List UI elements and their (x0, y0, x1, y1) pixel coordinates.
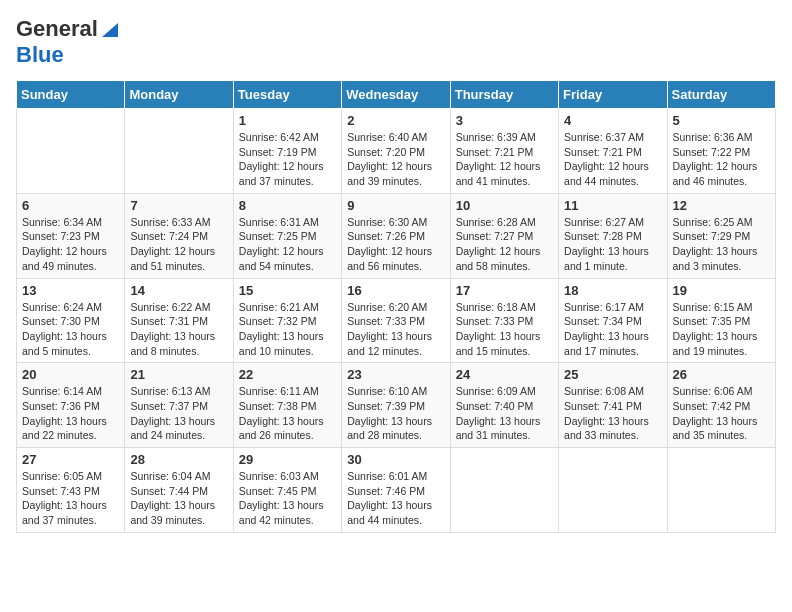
day-number: 24 (456, 367, 553, 382)
day-number: 1 (239, 113, 336, 128)
calendar-cell (559, 448, 667, 533)
calendar-cell: 3Sunrise: 6:39 AMSunset: 7:21 PMDaylight… (450, 109, 558, 194)
day-info: Sunrise: 6:20 AMSunset: 7:33 PMDaylight:… (347, 300, 444, 359)
day-info: Sunrise: 6:18 AMSunset: 7:33 PMDaylight:… (456, 300, 553, 359)
day-number: 5 (673, 113, 770, 128)
calendar-cell: 25Sunrise: 6:08 AMSunset: 7:41 PMDayligh… (559, 363, 667, 448)
calendar-cell: 4Sunrise: 6:37 AMSunset: 7:21 PMDaylight… (559, 109, 667, 194)
day-number: 11 (564, 198, 661, 213)
day-info: Sunrise: 6:42 AMSunset: 7:19 PMDaylight:… (239, 130, 336, 189)
day-number: 9 (347, 198, 444, 213)
calendar-cell: 23Sunrise: 6:10 AMSunset: 7:39 PMDayligh… (342, 363, 450, 448)
calendar-cell: 30Sunrise: 6:01 AMSunset: 7:46 PMDayligh… (342, 448, 450, 533)
day-number: 29 (239, 452, 336, 467)
calendar-cell: 13Sunrise: 6:24 AMSunset: 7:30 PMDayligh… (17, 278, 125, 363)
weekday-header-saturday: Saturday (667, 81, 775, 109)
day-info: Sunrise: 6:31 AMSunset: 7:25 PMDaylight:… (239, 215, 336, 274)
day-info: Sunrise: 6:14 AMSunset: 7:36 PMDaylight:… (22, 384, 119, 443)
day-number: 21 (130, 367, 227, 382)
calendar-cell: 18Sunrise: 6:17 AMSunset: 7:34 PMDayligh… (559, 278, 667, 363)
calendar-week-row: 13Sunrise: 6:24 AMSunset: 7:30 PMDayligh… (17, 278, 776, 363)
day-info: Sunrise: 6:10 AMSunset: 7:39 PMDaylight:… (347, 384, 444, 443)
logo-blue-text: Blue (16, 42, 64, 67)
day-number: 26 (673, 367, 770, 382)
logo-general-text: General (16, 16, 98, 42)
calendar-cell: 16Sunrise: 6:20 AMSunset: 7:33 PMDayligh… (342, 278, 450, 363)
page-header: General Blue (16, 16, 776, 68)
calendar-week-row: 1Sunrise: 6:42 AMSunset: 7:19 PMDaylight… (17, 109, 776, 194)
calendar-cell: 1Sunrise: 6:42 AMSunset: 7:19 PMDaylight… (233, 109, 341, 194)
day-number: 25 (564, 367, 661, 382)
calendar-cell: 6Sunrise: 6:34 AMSunset: 7:23 PMDaylight… (17, 193, 125, 278)
day-info: Sunrise: 6:17 AMSunset: 7:34 PMDaylight:… (564, 300, 661, 359)
day-info: Sunrise: 6:05 AMSunset: 7:43 PMDaylight:… (22, 469, 119, 528)
calendar-cell: 29Sunrise: 6:03 AMSunset: 7:45 PMDayligh… (233, 448, 341, 533)
day-number: 14 (130, 283, 227, 298)
day-number: 30 (347, 452, 444, 467)
calendar-cell: 7Sunrise: 6:33 AMSunset: 7:24 PMDaylight… (125, 193, 233, 278)
day-info: Sunrise: 6:08 AMSunset: 7:41 PMDaylight:… (564, 384, 661, 443)
day-info: Sunrise: 6:04 AMSunset: 7:44 PMDaylight:… (130, 469, 227, 528)
day-number: 27 (22, 452, 119, 467)
day-info: Sunrise: 6:39 AMSunset: 7:21 PMDaylight:… (456, 130, 553, 189)
day-number: 13 (22, 283, 119, 298)
calendar-week-row: 27Sunrise: 6:05 AMSunset: 7:43 PMDayligh… (17, 448, 776, 533)
calendar-cell: 5Sunrise: 6:36 AMSunset: 7:22 PMDaylight… (667, 109, 775, 194)
day-number: 17 (456, 283, 553, 298)
day-info: Sunrise: 6:34 AMSunset: 7:23 PMDaylight:… (22, 215, 119, 274)
day-info: Sunrise: 6:25 AMSunset: 7:29 PMDaylight:… (673, 215, 770, 274)
calendar-header: SundayMondayTuesdayWednesdayThursdayFrid… (17, 81, 776, 109)
day-number: 15 (239, 283, 336, 298)
day-number: 6 (22, 198, 119, 213)
day-info: Sunrise: 6:40 AMSunset: 7:20 PMDaylight:… (347, 130, 444, 189)
calendar-cell: 27Sunrise: 6:05 AMSunset: 7:43 PMDayligh… (17, 448, 125, 533)
calendar-week-row: 6Sunrise: 6:34 AMSunset: 7:23 PMDaylight… (17, 193, 776, 278)
calendar-cell: 20Sunrise: 6:14 AMSunset: 7:36 PMDayligh… (17, 363, 125, 448)
day-info: Sunrise: 6:11 AMSunset: 7:38 PMDaylight:… (239, 384, 336, 443)
calendar-body: 1Sunrise: 6:42 AMSunset: 7:19 PMDaylight… (17, 109, 776, 533)
svg-marker-0 (102, 23, 118, 37)
calendar-cell: 24Sunrise: 6:09 AMSunset: 7:40 PMDayligh… (450, 363, 558, 448)
day-info: Sunrise: 6:09 AMSunset: 7:40 PMDaylight:… (456, 384, 553, 443)
calendar-cell: 21Sunrise: 6:13 AMSunset: 7:37 PMDayligh… (125, 363, 233, 448)
calendar-cell: 12Sunrise: 6:25 AMSunset: 7:29 PMDayligh… (667, 193, 775, 278)
day-number: 12 (673, 198, 770, 213)
day-info: Sunrise: 6:13 AMSunset: 7:37 PMDaylight:… (130, 384, 227, 443)
day-info: Sunrise: 6:37 AMSunset: 7:21 PMDaylight:… (564, 130, 661, 189)
weekday-header-row: SundayMondayTuesdayWednesdayThursdayFrid… (17, 81, 776, 109)
weekday-header-thursday: Thursday (450, 81, 558, 109)
logo: General Blue (16, 16, 120, 68)
day-info: Sunrise: 6:27 AMSunset: 7:28 PMDaylight:… (564, 215, 661, 274)
day-info: Sunrise: 6:21 AMSunset: 7:32 PMDaylight:… (239, 300, 336, 359)
calendar-cell: 9Sunrise: 6:30 AMSunset: 7:26 PMDaylight… (342, 193, 450, 278)
calendar-week-row: 20Sunrise: 6:14 AMSunset: 7:36 PMDayligh… (17, 363, 776, 448)
day-info: Sunrise: 6:28 AMSunset: 7:27 PMDaylight:… (456, 215, 553, 274)
day-number: 20 (22, 367, 119, 382)
day-info: Sunrise: 6:22 AMSunset: 7:31 PMDaylight:… (130, 300, 227, 359)
calendar-cell: 14Sunrise: 6:22 AMSunset: 7:31 PMDayligh… (125, 278, 233, 363)
calendar-cell (17, 109, 125, 194)
day-number: 3 (456, 113, 553, 128)
day-number: 4 (564, 113, 661, 128)
calendar-cell: 22Sunrise: 6:11 AMSunset: 7:38 PMDayligh… (233, 363, 341, 448)
day-number: 2 (347, 113, 444, 128)
day-info: Sunrise: 6:36 AMSunset: 7:22 PMDaylight:… (673, 130, 770, 189)
calendar-cell: 10Sunrise: 6:28 AMSunset: 7:27 PMDayligh… (450, 193, 558, 278)
day-info: Sunrise: 6:30 AMSunset: 7:26 PMDaylight:… (347, 215, 444, 274)
day-info: Sunrise: 6:15 AMSunset: 7:35 PMDaylight:… (673, 300, 770, 359)
day-number: 19 (673, 283, 770, 298)
day-number: 10 (456, 198, 553, 213)
day-number: 22 (239, 367, 336, 382)
day-info: Sunrise: 6:33 AMSunset: 7:24 PMDaylight:… (130, 215, 227, 274)
day-info: Sunrise: 6:01 AMSunset: 7:46 PMDaylight:… (347, 469, 444, 528)
day-info: Sunrise: 6:03 AMSunset: 7:45 PMDaylight:… (239, 469, 336, 528)
day-number: 23 (347, 367, 444, 382)
calendar-table: SundayMondayTuesdayWednesdayThursdayFrid… (16, 80, 776, 533)
day-number: 8 (239, 198, 336, 213)
day-number: 16 (347, 283, 444, 298)
weekday-header-monday: Monday (125, 81, 233, 109)
day-number: 28 (130, 452, 227, 467)
calendar-cell: 19Sunrise: 6:15 AMSunset: 7:35 PMDayligh… (667, 278, 775, 363)
weekday-header-tuesday: Tuesday (233, 81, 341, 109)
day-number: 18 (564, 283, 661, 298)
